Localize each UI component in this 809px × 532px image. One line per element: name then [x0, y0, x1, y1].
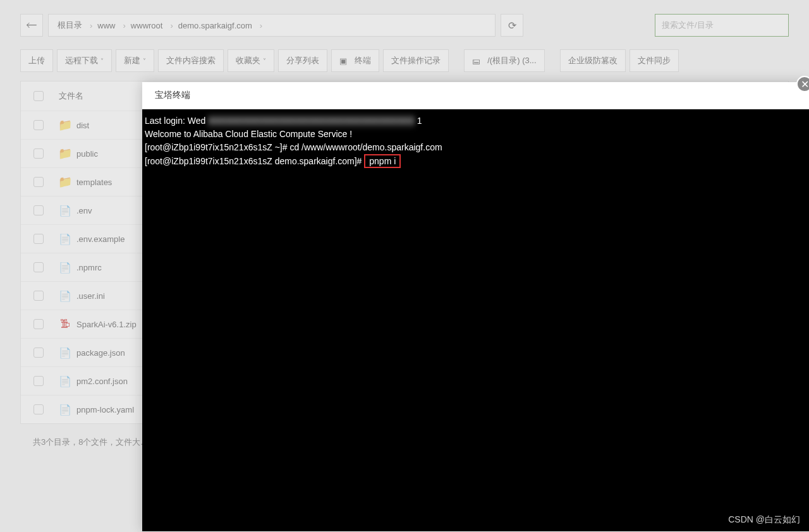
file-name[interactable]: .env.example — [76, 234, 125, 244]
row-checkbox[interactable] — [33, 120, 44, 130]
file-name[interactable]: .npmrc — [76, 263, 102, 272]
highlighted-command: pnpm i — [364, 154, 401, 168]
file-icon: 📄 — [59, 403, 71, 416]
row-checkbox[interactable] — [33, 262, 44, 272]
close-icon: ✕ — [801, 78, 809, 90]
row-checkbox[interactable] — [33, 234, 44, 244]
terminal-output[interactable]: Last login: Wed XXXXXXXXXXXXXXXXXXXXXXXX… — [142, 109, 809, 531]
folder-icon: 📁 — [59, 147, 71, 160]
terminal-modal: ✕ 宝塔终端 Last login: Wed XXXXXXXXXXXXXXXXX… — [142, 82, 809, 532]
file-name[interactable]: SparkAi-v6.1.zip — [76, 320, 137, 329]
row-checkbox[interactable] — [33, 348, 44, 358]
favorites-button[interactable]: 收藏夹˅ — [228, 49, 274, 72]
refresh-icon: ⟳ — [508, 20, 516, 32]
content-search-button[interactable]: 文件内容搜索 — [158, 49, 224, 72]
toolbar: 上传 远程下载˅ 新建˅ 文件内容搜索 收藏夹˅ 分享列表 ▣ 终端 文件操作记… — [20, 49, 789, 72]
breadcrumb-root[interactable]: 根目录 — [58, 20, 82, 31]
chevron-right-icon: › — [260, 21, 262, 30]
file-icon: 📄 — [59, 289, 71, 302]
modal-title: 宝塔终端 — [142, 82, 809, 109]
chevron-down-icon: ˅ — [263, 57, 266, 64]
terminal-button[interactable]: ▣ 终端 — [331, 49, 379, 72]
file-name[interactable]: dist — [76, 121, 89, 130]
row-checkbox[interactable] — [33, 177, 44, 187]
zip-icon: 🗜 — [59, 318, 71, 330]
file-name[interactable]: pm2.conf.json — [76, 377, 128, 386]
file-name[interactable]: .env — [76, 206, 92, 215]
file-sync-button[interactable]: 文件同步 — [630, 49, 679, 72]
close-button[interactable]: ✕ — [796, 76, 809, 92]
breadcrumb-segment[interactable]: www — [97, 21, 115, 30]
row-checkbox[interactable] — [33, 205, 44, 215]
watermark: CSDN @白云如幻 — [728, 514, 800, 526]
file-icon: 📄 — [59, 233, 71, 245]
file-ops-button[interactable]: 文件操作记录 — [383, 49, 449, 72]
breadcrumb-segment[interactable]: demo.sparkaigf.com — [178, 21, 252, 30]
terminal-icon: ▣ — [339, 56, 347, 66]
chevron-down-icon: ˅ — [143, 57, 146, 64]
search-input[interactable]: 搜索文件/目录 — [655, 14, 789, 37]
chevron-right-icon: › — [123, 21, 126, 30]
breadcrumb[interactable]: 根目录 › www › wwwroot › demo.sparkaigf.com… — [48, 14, 496, 37]
search-placeholder: 搜索文件/目录 — [662, 20, 714, 31]
chevron-right-icon: › — [90, 21, 92, 30]
new-button[interactable]: 新建˅ — [116, 49, 154, 72]
file-name[interactable]: pnpm-lock.yaml — [76, 405, 134, 414]
upload-button[interactable]: 上传 — [20, 49, 53, 72]
row-checkbox[interactable] — [33, 404, 44, 414]
file-name[interactable]: package.json — [76, 348, 125, 358]
disk-button[interactable]: 🖴 /(根目录) (3... — [464, 49, 545, 72]
column-filename[interactable]: 文件名 — [59, 90, 83, 102]
tamper-proof-button[interactable]: 企业级防篡改 — [560, 49, 626, 72]
file-name[interactable]: templates — [76, 178, 112, 187]
json-icon: 📄 — [59, 346, 71, 359]
file-icon: 📄 — [59, 261, 71, 274]
chevron-down-icon: ˅ — [100, 57, 104, 64]
breadcrumb-segment[interactable]: wwwroot — [131, 21, 163, 30]
disk-icon: 🖴 — [472, 56, 480, 66]
remote-download-button[interactable]: 远程下载˅ — [57, 49, 112, 72]
refresh-button[interactable]: ⟳ — [501, 14, 523, 37]
folder-icon: 📁 — [59, 119, 71, 131]
row-checkbox[interactable] — [33, 148, 44, 159]
json-icon: 📄 — [59, 375, 71, 387]
file-name[interactable]: .user.ini — [76, 291, 105, 301]
folder-icon: 📁 — [59, 176, 71, 188]
file-name[interactable]: public — [76, 149, 98, 159]
row-checkbox[interactable] — [33, 376, 44, 386]
share-list-button[interactable]: 分享列表 — [278, 49, 327, 72]
row-checkbox[interactable] — [33, 291, 44, 301]
file-icon: 📄 — [59, 204, 71, 217]
select-all-checkbox[interactable] — [33, 91, 44, 101]
back-button[interactable]: 🡐 — [20, 14, 43, 37]
chevron-right-icon: › — [170, 21, 173, 30]
row-checkbox[interactable] — [33, 319, 44, 329]
redacted-text: XXXXXXXXXXXXXXXXXXXXXXXXXXXXXXXXXXX — [208, 114, 415, 128]
